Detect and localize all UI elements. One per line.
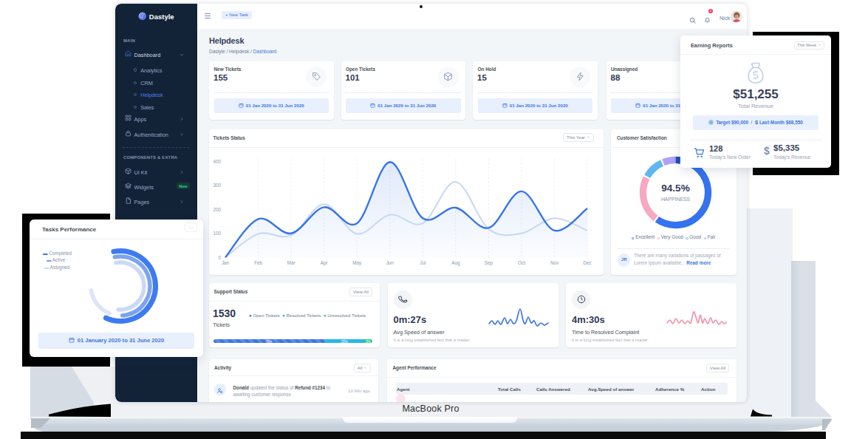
svg-text:HAPPINESS: HAPPINESS — [661, 197, 691, 202]
svg-text:Sep: Sep — [485, 260, 493, 266]
svg-text:300: 300 — [213, 183, 221, 188]
svg-text:Aug: Aug — [451, 260, 460, 266]
svg-text:Jun: Jun — [386, 260, 394, 265]
svg-text:94.5%: 94.5% — [661, 183, 690, 194]
svg-text:400: 400 — [213, 159, 221, 164]
svg-text:200: 200 — [213, 207, 221, 212]
svg-text:Feb: Feb — [254, 260, 262, 265]
svg-text:Jul: Jul — [420, 260, 426, 265]
svg-text:Oct: Oct — [518, 260, 525, 265]
svg-text:Dec: Dec — [583, 260, 591, 265]
svg-text:0: 0 — [218, 255, 221, 260]
svg-text:Nov: Nov — [550, 260, 559, 265]
svg-text:May: May — [352, 260, 362, 266]
svg-text:Mar: Mar — [287, 260, 295, 265]
svg-text:Apr: Apr — [321, 260, 328, 266]
svg-text:100: 100 — [213, 231, 221, 236]
svg-text:Jan: Jan — [222, 260, 230, 265]
